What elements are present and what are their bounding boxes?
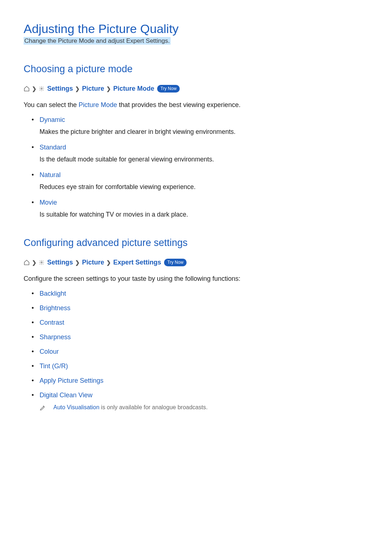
- chevron-right-icon: ❯: [75, 259, 80, 266]
- section-choosing-picture-mode: Choosing a picture mode: [24, 63, 368, 75]
- note-auto-visualisation: Auto Visualisation: [53, 404, 99, 410]
- section1-intro: You can select the Picture Mode that pro…: [24, 101, 368, 109]
- breadcrumb-picture[interactable]: Picture: [82, 85, 104, 93]
- breadcrumb-picture[interactable]: Picture: [82, 259, 104, 266]
- setting-brightness: Brightness: [40, 304, 70, 312]
- list-item: Movie Is suitable for watching TV or mov…: [32, 199, 368, 218]
- setting-backlight: Backlight: [40, 290, 66, 297]
- text: You can select the: [24, 101, 78, 108]
- home-icon: [24, 259, 30, 266]
- note-icon: [40, 405, 45, 410]
- chevron-right-icon: ❯: [32, 259, 37, 266]
- list-item: Apply Picture Settings: [32, 377, 368, 385]
- list-item: Dynamic Makes the picture brighter and c…: [32, 116, 368, 136]
- home-icon: [24, 86, 30, 92]
- note: Auto Visualisation is only available for…: [40, 404, 368, 411]
- list-item: Natural Reduces eye strain for comfortab…: [32, 171, 368, 191]
- setting-apply-picture: Apply Picture Settings: [40, 377, 103, 384]
- section2-intro: Configure the screen settings to your ta…: [24, 275, 368, 283]
- chevron-right-icon: ❯: [106, 259, 111, 266]
- list-item: Backlight: [32, 290, 368, 297]
- mode-standard: Standard: [40, 144, 368, 151]
- try-now-badge[interactable]: Try Now: [164, 259, 187, 266]
- expert-settings-list: Backlight Brightness Contrast Sharpness …: [24, 290, 368, 411]
- breadcrumb-picture-mode: ❯ Settings ❯ Picture ❯ Picture Mode Try …: [24, 85, 368, 93]
- setting-tint: Tint (G/R): [40, 362, 68, 370]
- picture-mode-list: Dynamic Makes the picture brighter and c…: [24, 116, 368, 218]
- mode-movie: Movie: [40, 199, 368, 206]
- mode-dynamic-desc: Makes the picture brighter and clearer i…: [40, 128, 368, 136]
- text: that provides the best viewing experienc…: [117, 101, 241, 108]
- svg-point-1: [41, 262, 42, 263]
- note-text: is only available for analogue broadcast…: [99, 404, 208, 410]
- chevron-right-icon: ❯: [32, 86, 37, 92]
- section-configuring-advanced: Configuring advanced picture settings: [24, 237, 368, 249]
- list-item: Digital Clean View Auto Visualisation is…: [32, 391, 368, 411]
- gear-icon: [39, 260, 44, 265]
- mode-natural: Natural: [40, 171, 368, 179]
- try-now-badge[interactable]: Try Now: [157, 85, 180, 93]
- list-item: Standard Is the default mode suitable fo…: [32, 144, 368, 163]
- picture-mode-link[interactable]: Picture Mode: [78, 101, 117, 108]
- breadcrumb-settings[interactable]: Settings: [47, 259, 73, 266]
- setting-sharpness: Sharpness: [40, 333, 71, 341]
- list-item: Colour: [32, 348, 368, 356]
- mode-natural-desc: Reduces eye strain for comfortable viewi…: [40, 183, 368, 191]
- setting-colour: Colour: [40, 348, 59, 355]
- page-subtitle: Change the Picture Mode and adjust Exper…: [24, 37, 171, 45]
- list-item: Sharpness: [32, 333, 368, 341]
- page-title: Adjusting the Picture Quality: [24, 22, 368, 36]
- list-item: Brightness: [32, 304, 368, 312]
- breadcrumb-picture-mode[interactable]: Picture Mode: [113, 85, 154, 93]
- breadcrumb-settings[interactable]: Settings: [47, 85, 73, 93]
- breadcrumb-expert-settings[interactable]: Expert Settings: [113, 259, 161, 266]
- list-item: Tint (G/R): [32, 362, 368, 370]
- svg-point-0: [41, 88, 42, 90]
- chevron-right-icon: ❯: [75, 86, 80, 92]
- gear-icon: [39, 86, 44, 91]
- chevron-right-icon: ❯: [106, 86, 111, 92]
- setting-digital-clean-view: Digital Clean View: [40, 391, 93, 399]
- mode-movie-desc: Is suitable for watching TV or movies in…: [40, 211, 368, 218]
- mode-standard-desc: Is the default mode suitable for general…: [40, 156, 368, 163]
- setting-contrast: Contrast: [40, 319, 64, 326]
- list-item: Contrast: [32, 319, 368, 327]
- mode-dynamic: Dynamic: [40, 116, 368, 124]
- breadcrumb-expert-settings: ❯ Settings ❯ Picture ❯ Expert Settings T…: [24, 259, 368, 266]
